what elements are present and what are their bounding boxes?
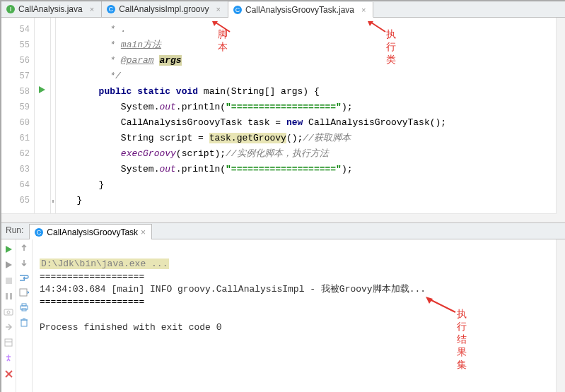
class-icon: C (233, 5, 243, 15)
svg-marker-12 (39, 86, 45, 93)
camera-icon[interactable] (3, 306, 14, 317)
svg-rect-19 (10, 293, 12, 299)
class-icon: C (34, 227, 44, 237)
run-panel-body: D:\Jdk\bin\java.exe ... ================… (1, 239, 565, 392)
run-label: Run: (1, 223, 29, 239)
export-icon[interactable] (3, 321, 14, 333)
svg-rect-30 (21, 320, 27, 326)
svg-rect-28 (22, 304, 26, 306)
console-separator: =================== (40, 271, 144, 282)
clear-icon[interactable] (20, 318, 28, 330)
console-output[interactable]: D:\Jdk\bin\java.exe ... ================… (33, 239, 565, 392)
editor-pane: 545556575859606162636465 * . * main方法 * … (1, 18, 565, 223)
svg-text:I: I (10, 6, 12, 13)
soft-wrap-icon[interactable] (19, 273, 29, 284)
scroll-down-icon[interactable] (20, 259, 28, 269)
console-separator: =================== (40, 297, 144, 307)
close-panel-icon[interactable] (3, 368, 14, 379)
svg-rect-22 (5, 339, 12, 346)
tab-call-analysis-java[interactable]: I CallAnalysis.java × (1, 1, 102, 17)
pause-icon[interactable] (3, 290, 14, 302)
layout-icon[interactable] (3, 337, 14, 348)
scroll-up-icon[interactable] (20, 244, 28, 254)
method-separator (51, 18, 56, 222)
svg-marker-15 (6, 246, 12, 253)
svg-rect-18 (6, 293, 8, 299)
run-tab[interactable]: C CallAnalysisGroovyTask × (29, 224, 152, 239)
rerun-icon[interactable] (3, 244, 14, 255)
svg-rect-20 (4, 309, 13, 315)
run-tab-label: CallAnalysisGroovyTask (47, 227, 138, 237)
tab-label: CallAnalysisImpl.groovy (119, 4, 209, 14)
svg-marker-16 (6, 261, 12, 268)
interface-icon: I (6, 4, 16, 14)
pin-icon[interactable] (3, 352, 14, 364)
stop-icon[interactable] (3, 275, 14, 286)
tab-call-analysis-groovy-task-java[interactable]: C CallAnalysisGroovyTask.java × (228, 2, 374, 18)
svg-text:C: C (37, 229, 42, 236)
console-finished-line: Process finished with exit code 0 (40, 322, 221, 333)
print-icon[interactable] (19, 303, 29, 314)
svg-text:C: C (235, 6, 240, 13)
close-icon[interactable]: × (215, 5, 222, 13)
run-gutter (35, 18, 51, 222)
console-exe-line: D:\Jdk\bin\java.exe ... (40, 259, 169, 269)
console-log-line: 14:34:03.684 [main] INFO groovy.CallAnal… (40, 284, 426, 295)
run-with-icon[interactable] (3, 259, 14, 271)
line-gutter: 545556575859606162636465 (1, 18, 35, 222)
class-icon: C (106, 4, 116, 14)
editor-tab-bar: I CallAnalysis.java × C CallAnalysisImpl… (1, 1, 565, 18)
run-toolbar-console (16, 239, 33, 392)
run-toolbar-left (1, 239, 16, 392)
vertical-scrollbar[interactable] (556, 239, 565, 392)
horizontal-scrollbar[interactable] (1, 213, 557, 222)
tab-call-analysis-impl-groovy[interactable]: C CallAnalysisImpl.groovy × (102, 1, 228, 17)
close-icon[interactable]: × (88, 5, 95, 13)
svg-text:C: C (109, 6, 114, 13)
tab-label: CallAnalysis.java (18, 4, 83, 14)
close-icon[interactable]: × (141, 227, 146, 237)
run-line-icon[interactable] (37, 85, 46, 96)
svg-point-21 (7, 311, 10, 314)
svg-rect-17 (6, 278, 12, 284)
vertical-scrollbar[interactable] (556, 18, 565, 222)
run-panel-header: Run: C CallAnalysisGroovyTask × (1, 223, 565, 239)
svg-rect-26 (20, 289, 27, 296)
code-editor[interactable]: * . * main方法 * @param args */ public sta… (56, 18, 446, 222)
close-icon[interactable]: × (360, 6, 367, 14)
tab-label: CallAnalysisGroovyTask.java (245, 5, 354, 15)
scroll-to-end-icon[interactable] (19, 288, 29, 299)
